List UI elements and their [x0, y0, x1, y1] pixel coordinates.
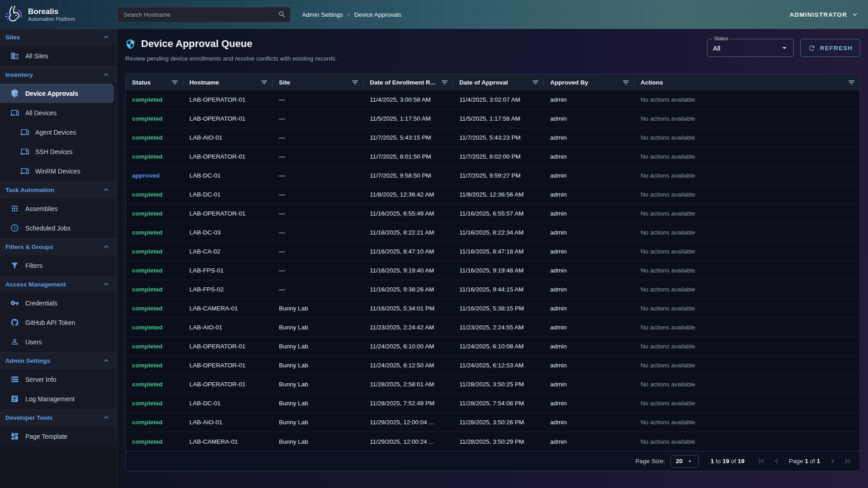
- page-info-text: Page 1 of 1: [789, 458, 820, 465]
- hostname-cell: LAB-OPERATOR-01: [183, 356, 273, 375]
- table-row[interactable]: completedLAB-DC-01—11/8/2025, 12:36:42 A…: [126, 185, 860, 204]
- approval-date-cell: 11/7/2025, 9:59:27 PM: [453, 166, 544, 185]
- dropdown-arrow-icon: [780, 43, 789, 52]
- sidebar-item-users[interactable]: Users: [0, 332, 117, 352]
- sidebar-item-credentials[interactable]: Credentials: [0, 293, 117, 313]
- shield-icon: [125, 39, 136, 49]
- first-page-button[interactable]: [756, 456, 767, 466]
- sidebar-section-header[interactable]: Developer Tools: [0, 409, 117, 426]
- filter-list-icon[interactable]: [848, 79, 855, 86]
- table-row[interactable]: completedLAB-OPERATOR-01—11/16/2025, 6:5…: [126, 204, 860, 223]
- enrollment-date-cell: 11/29/2025, 12:00:04 ...: [363, 413, 453, 432]
- filter-list-icon[interactable]: [622, 79, 630, 86]
- actions-cell: No actions available: [634, 147, 860, 166]
- table-row[interactable]: approvedLAB-DC-01—11/7/2025, 9:58:50 PM1…: [126, 166, 860, 185]
- search-input[interactable]: [118, 7, 290, 22]
- sidebar-section-header[interactable]: Task Automation: [0, 182, 117, 198]
- sidebar-section-task-automation: Task Automation Assemblies Scheduled Job…: [0, 182, 117, 239]
- page-size-select[interactable]: 20: [670, 455, 699, 468]
- sidebar-item-assemblies[interactable]: Assemblies: [0, 199, 117, 218]
- status-badge: completed: [126, 337, 183, 356]
- sidebar-item-all-sites[interactable]: All Sites: [0, 46, 117, 66]
- sidebar-item-label: Credentials: [25, 300, 57, 307]
- table-row[interactable]: completedLAB-OPERATOR-01Bunny Lab11/24/2…: [126, 337, 860, 356]
- sidebar-item-scheduled-jobs[interactable]: Scheduled Jobs: [0, 218, 117, 238]
- status-badge: completed: [126, 318, 183, 337]
- page-title: Device Approval Queue: [141, 38, 252, 50]
- table-row[interactable]: completedLAB-CAMERA-01Bunny Lab11/29/202…: [126, 432, 860, 451]
- sidebar-item-label: Log Management: [25, 395, 75, 403]
- sidebar-item-ssh-devices[interactable]: SSH Devices: [0, 142, 117, 161]
- table-row[interactable]: completedLAB-DC-03—11/16/2025, 8:22:21 A…: [126, 223, 860, 242]
- sidebar-item-device-approvals[interactable]: Device Approvals: [0, 84, 114, 103]
- page-size-label: Page Size:: [635, 458, 665, 465]
- approval-date-cell: 11/23/2025, 2:24:55 AM: [453, 318, 544, 337]
- administrator-menu[interactable]: ADMINISTRATOR: [789, 10, 859, 19]
- site-cell: —: [273, 147, 363, 166]
- hostname-cell: LAB-OPERATOR-01: [183, 204, 273, 223]
- enrollment-date-cell: 11/23/2025, 2:24:42 AM: [363, 318, 453, 337]
- enrollment-date-cell: 11/16/2025, 9:19:40 AM: [363, 261, 453, 280]
- sidebar-section-inventory: Inventory Device Approvals All Devices A…: [0, 66, 117, 182]
- sidebar-item-label: Page Template: [25, 433, 67, 440]
- column-header-status[interactable]: Status: [126, 74, 183, 90]
- sidebar-item-agent-devices[interactable]: Agent Devices: [0, 122, 117, 142]
- table-row[interactable]: completedLAB-OPERATOR-01—11/4/2025, 3:00…: [126, 90, 860, 109]
- status-filter-select[interactable]: Status All: [707, 39, 794, 57]
- column-header-approved-by[interactable]: Approved By: [544, 74, 634, 90]
- breadcrumb-admin-settings[interactable]: Admin Settings: [302, 11, 343, 18]
- filter-list-icon[interactable]: [171, 79, 179, 86]
- sidebar-item-filters[interactable]: Filters: [0, 256, 117, 275]
- next-page-button[interactable]: [827, 456, 838, 466]
- status-badge: completed: [126, 147, 183, 166]
- sidebar-item-log-management[interactable]: Log Management: [0, 389, 117, 408]
- sidebar-item-github-api-token[interactable]: GitHub API Token: [0, 313, 117, 332]
- table-row[interactable]: completedLAB-FPS-01—11/16/2025, 9:19:40 …: [126, 261, 860, 280]
- sidebar-section-filters-groups: Filters & Groups Filters: [0, 239, 117, 276]
- last-page-button[interactable]: [842, 456, 853, 466]
- filter-list-icon[interactable]: [441, 79, 448, 86]
- table-row[interactable]: completedLAB-DC-01Bunny Lab11/28/2025, 7…: [126, 394, 860, 413]
- site-cell: Bunny Lab: [273, 432, 363, 451]
- column-header-actions[interactable]: Actions: [634, 74, 860, 90]
- column-header-date-of-approval[interactable]: Date of Approval: [453, 74, 544, 90]
- table-footer: Page Size: 20 1 to 19 of 19: [126, 451, 860, 471]
- previous-page-button[interactable]: [771, 456, 782, 466]
- sidebar-item-server-info[interactable]: Server Info: [0, 370, 117, 389]
- table-row[interactable]: completedLAB-OPERATOR-01Bunny Lab11/28/2…: [126, 375, 860, 394]
- table-row[interactable]: completedLAB-AIO-01Bunny Lab11/23/2025, …: [126, 318, 860, 337]
- table-row[interactable]: completedLAB-CAMERA-01Bunny Lab11/16/202…: [126, 299, 860, 318]
- filter-list-icon[interactable]: [351, 79, 359, 86]
- actions-cell: No actions available: [634, 223, 860, 242]
- table-row[interactable]: completedLAB-OPERATOR-01Bunny Lab11/24/2…: [126, 356, 860, 375]
- table-row[interactable]: completedLAB-AIO-01Bunny Lab11/29/2025, …: [126, 413, 860, 432]
- sidebar-section-header[interactable]: Sites: [0, 29, 117, 45]
- table-row[interactable]: completedLAB-AIO-01—11/7/2025, 5:43:15 P…: [126, 128, 860, 147]
- page-size-arrow-icon: [686, 458, 693, 465]
- sidebar-item-all-devices[interactable]: All Devices: [0, 103, 117, 122]
- column-header-hostname[interactable]: Hostname: [183, 74, 273, 90]
- column-header-date-of-enrollment-r-[interactable]: Date of Enrollment R...: [363, 74, 453, 90]
- breadcrumb-device-approvals[interactable]: Device Approvals: [354, 11, 401, 18]
- sidebar-item-label: Device Approvals: [25, 90, 78, 97]
- table-row[interactable]: completedLAB-OPERATOR-01—11/5/2025, 1:17…: [126, 109, 860, 128]
- status-badge: completed: [126, 432, 183, 451]
- sidebar-item-page-template[interactable]: Page Template: [0, 427, 117, 446]
- table-row[interactable]: completedLAB-OPERATOR-01—11/7/2025, 8:01…: [126, 147, 860, 166]
- sidebar-section-header[interactable]: Access Management: [0, 276, 117, 292]
- sidebar-section-header[interactable]: Inventory: [0, 66, 117, 83]
- filter-list-icon[interactable]: [532, 79, 539, 86]
- table-row[interactable]: completedLAB-FPS-02—11/16/2025, 9:38:26 …: [126, 280, 860, 299]
- chevron-up-icon: [102, 280, 110, 288]
- approval-date-cell: 11/16/2025, 8:47:18 AM: [453, 242, 544, 261]
- approved-by-cell: admin: [544, 128, 634, 147]
- refresh-button[interactable]: REFRESH: [800, 39, 860, 57]
- table-row[interactable]: completedLAB-CA-02—11/16/2025, 8:47:10 A…: [126, 242, 860, 261]
- sidebar-item-winrm-devices[interactable]: WinRM Devices: [0, 161, 117, 181]
- sidebar-section-header[interactable]: Filters & Groups: [0, 239, 117, 255]
- column-header-site[interactable]: Site: [273, 74, 363, 90]
- sidebar-section-header[interactable]: Admin Settings: [0, 352, 117, 369]
- sidebar-item-label: All Devices: [25, 109, 57, 117]
- sidebar-item-label: Agent Devices: [35, 129, 76, 136]
- filter-list-icon[interactable]: [260, 79, 268, 86]
